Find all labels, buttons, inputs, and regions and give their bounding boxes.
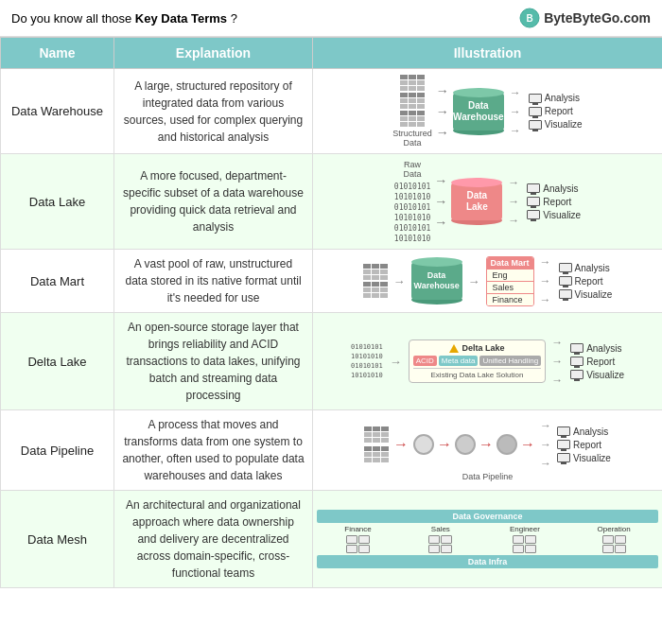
pipe-circle-2 xyxy=(455,434,476,455)
mesh-comp xyxy=(358,535,370,544)
cyl-top xyxy=(453,88,504,97)
struct-data-block: StructuredData xyxy=(392,75,432,148)
row-name: Data Pipeline xyxy=(1,410,114,491)
delta-chip-acid: ACID xyxy=(413,356,437,366)
arrow-3: → xyxy=(436,125,449,140)
output-visualize: Visualize xyxy=(559,289,613,300)
mesh-comp xyxy=(602,545,614,553)
header-question: Do you know all those Key Data Terms ? xyxy=(11,11,237,26)
arrow-1: → xyxy=(434,173,447,188)
monitor-icon xyxy=(570,370,584,379)
mesh-comp xyxy=(441,535,452,544)
output-analysis: Analysis xyxy=(529,93,583,103)
page-wrapper: Do you know all those Key Data Terms ? B… xyxy=(0,0,662,588)
delta-icon xyxy=(449,344,459,353)
row-illustration: RawData 01010101 10101010 01010101 10101… xyxy=(313,154,663,250)
mart-box: Data Mart Eng Sales Finance xyxy=(486,256,534,306)
struct-label: StructuredData xyxy=(392,129,432,148)
domain-label: Finance xyxy=(344,525,371,533)
arrow-2: → xyxy=(434,194,447,209)
outputs-block: Analysis Report Visualize xyxy=(557,426,611,463)
struct-data-block xyxy=(363,264,388,298)
monitor-icon xyxy=(529,120,542,130)
output-analysis: Analysis xyxy=(527,183,581,194)
cyl-body: DataLake xyxy=(451,183,502,220)
mart-row-sales: Sales xyxy=(487,281,533,293)
struct-grids xyxy=(363,264,388,298)
monitor-icon xyxy=(559,289,572,299)
output-analysis: Analysis xyxy=(559,263,613,273)
output-arrows: → → → xyxy=(551,336,563,387)
monitor-icon xyxy=(527,197,540,206)
col-name: Name xyxy=(1,38,114,69)
mesh-comp xyxy=(441,545,452,553)
grid-3 xyxy=(400,111,425,127)
domain-label: Engineer xyxy=(510,525,540,533)
output-report: Report xyxy=(559,276,613,287)
col-explanation: Explanation xyxy=(114,38,313,69)
cyl-body: DataWarehouse xyxy=(453,93,504,131)
svg-text:B: B xyxy=(527,13,533,24)
mesh-comp xyxy=(602,535,614,544)
pipeline-illus: → → → → → → xyxy=(317,419,658,481)
raw-data-block: RawData 01010101 10101010 01010101 10101… xyxy=(394,160,431,243)
mesh-comp xyxy=(428,545,440,553)
mart-box-wrapper: Data Mart Eng Sales Finance xyxy=(486,256,534,306)
mesh-comp xyxy=(346,535,357,544)
mesh-comp xyxy=(428,535,440,544)
warehouse-illus: StructuredData → → → DataWarehouse xyxy=(317,75,658,148)
row-explanation: A vast pool of raw, unstructured data st… xyxy=(114,250,313,313)
delta-chips: ACID Meta data Unified Handling xyxy=(413,356,541,366)
mesh-computers xyxy=(602,535,626,553)
row-explanation: A process that moves and transforms data… xyxy=(114,410,313,491)
monitor-icon xyxy=(559,263,572,272)
grid-1 xyxy=(363,264,388,280)
row-illustration: → DataWarehouse → Data Mart xyxy=(313,250,663,313)
mesh-comp xyxy=(358,545,370,553)
mesh-domain-finance: Finance xyxy=(344,525,371,553)
row-name: Data Mart xyxy=(1,250,114,313)
mart-header: Data Mart xyxy=(487,257,533,269)
mart-row-eng: Eng xyxy=(487,269,533,281)
arrow-1: → xyxy=(436,83,449,98)
mesh-comp xyxy=(615,535,626,544)
binary-stack: 01010101 10101010 01010101 10101010 0101… xyxy=(394,183,431,243)
cyl-body: DataWarehouse xyxy=(411,262,462,300)
mart-illus: → DataWarehouse → Data Mart xyxy=(317,255,658,306)
monitor-icon xyxy=(529,94,542,103)
mesh-comp xyxy=(346,545,357,553)
mart-warehouse-cylinder: DataWarehouse xyxy=(411,257,462,305)
row-name: Data Lake xyxy=(1,154,114,250)
warehouse-cylinder: DataWarehouse xyxy=(453,88,504,135)
mesh-comp xyxy=(525,535,536,544)
output-report: Report xyxy=(557,440,611,450)
output-report: Report xyxy=(529,106,583,116)
table-row: Data Pipeline A process that moves and t… xyxy=(1,410,663,491)
table-header-row: Name Explanation Illustration xyxy=(1,38,663,69)
pipeline-wrap: → → → → → → xyxy=(364,419,611,481)
monitor-icon xyxy=(529,107,542,116)
output-visualize: Visualize xyxy=(527,210,581,220)
mesh-comp xyxy=(525,545,536,553)
mesh-illus: Data Governance Finance xyxy=(317,510,658,568)
monitor-icon xyxy=(559,276,572,286)
mesh-computers xyxy=(428,535,452,553)
monitor-icon xyxy=(557,440,570,449)
grid-2 xyxy=(364,446,389,462)
outputs-block: Analysis Report Visualize xyxy=(559,263,613,300)
grid-1 xyxy=(400,75,425,91)
struct-grids xyxy=(400,75,425,127)
output-visualize: Visualize xyxy=(529,119,583,130)
output-arrows: → → → xyxy=(508,176,519,227)
row-explanation: A large, structured repository of integr… xyxy=(114,69,313,154)
row-illustration: 01010101 10101010 01010101 10101010 → De… xyxy=(313,313,663,410)
outputs-block: Analysis Report Visualize xyxy=(570,343,624,380)
mesh-domain-engineer: Engineer xyxy=(510,525,540,553)
row-name: Data Warehouse xyxy=(1,69,114,154)
row-explanation: An architectural and organizational appr… xyxy=(114,491,313,588)
row-name: Delta Lake xyxy=(1,313,114,410)
monitor-icon xyxy=(570,343,584,353)
row-illustration: Data Governance Finance xyxy=(313,491,663,588)
mart-row-finance: Finance xyxy=(487,293,533,305)
output-report: Report xyxy=(570,357,624,367)
